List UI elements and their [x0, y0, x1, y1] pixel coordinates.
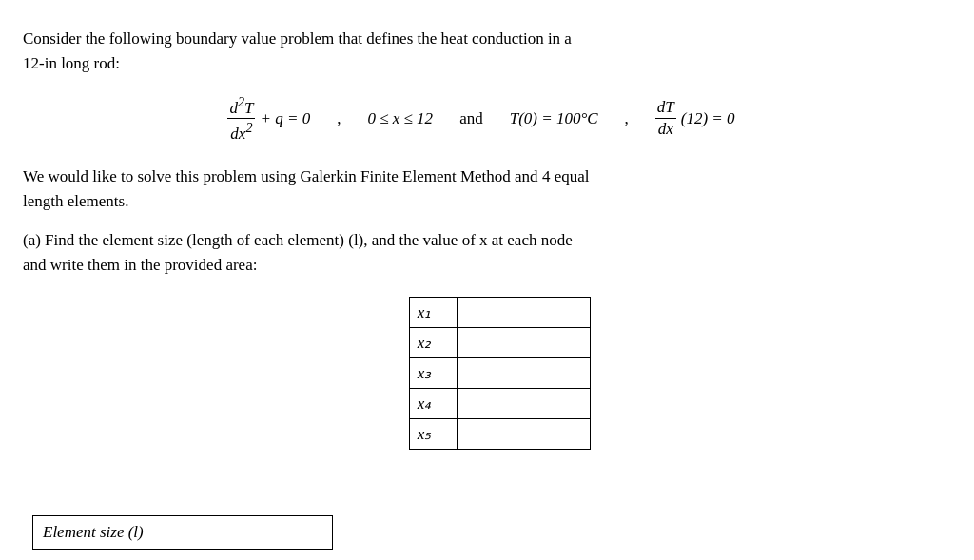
table-row: x₅: [409, 419, 590, 450]
answer-area: Element size (l) x₁x₂x₃x₄x₅: [23, 297, 940, 550]
and-keyword: and: [459, 109, 483, 128]
node-label: x₃: [409, 358, 457, 389]
node-value-input-5[interactable]: [465, 425, 582, 444]
comma2: ,: [625, 109, 629, 128]
nodes-table: x₁x₂x₃x₄x₅: [409, 297, 591, 450]
node-label: x₁: [409, 298, 457, 328]
node-label: x₄: [409, 389, 457, 419]
d2T-fraction: d2T dx2: [227, 94, 255, 144]
plus-q-equals-zero: + q = 0: [260, 109, 310, 128]
node-value-cell[interactable]: [457, 328, 590, 358]
node-label: x₂: [409, 328, 457, 358]
equation-row: d2T dx2 + q = 0 , 0 ≤ x ≤ 12 and T(0) = …: [23, 94, 940, 144]
nodes-table-wrapper: x₁x₂x₃x₄x₅: [409, 297, 591, 450]
element-size-box: Element size (l): [32, 515, 333, 550]
para3-line1: (a) Find the element size (length of eac…: [23, 231, 573, 249]
node-value-input-2[interactable]: [465, 334, 582, 353]
table-row: x₄: [409, 389, 590, 419]
para2-equal: equal: [555, 167, 590, 185]
dT-denominator: dx: [656, 119, 675, 139]
paragraph2: We would like to solve this problem usin…: [23, 164, 940, 215]
intro-line2: 12-in long rod:: [23, 54, 120, 72]
d2T-numerator: d2T: [227, 94, 255, 120]
node-value-input-1[interactable]: [465, 303, 582, 322]
node-label: x₅: [409, 419, 457, 450]
para2-line2: length elements.: [23, 192, 128, 210]
element-size-input[interactable]: [151, 519, 322, 546]
element-count: 4: [542, 167, 551, 185]
comma1: ,: [337, 109, 341, 128]
para3-line2: and write them in the provided area:: [23, 256, 257, 274]
node-value-cell[interactable]: [457, 358, 590, 389]
paragraph3: (a) Find the element size (length of eac…: [23, 228, 940, 279]
element-size-container: Element size (l): [32, 297, 333, 550]
node-value-input-4[interactable]: [465, 395, 582, 414]
dT-eval: (12) = 0: [681, 109, 735, 128]
pde-term: d2T dx2 + q = 0: [227, 94, 310, 144]
table-row: x₁: [409, 298, 590, 328]
table-row: x₂: [409, 328, 590, 358]
node-value-input-3[interactable]: [465, 364, 582, 383]
element-size-label: Element size (l): [43, 523, 144, 542]
table-row: x₃: [409, 358, 590, 389]
node-value-cell[interactable]: [457, 419, 590, 450]
para2-text1: We would like to solve this problem usin…: [23, 167, 296, 185]
bc-dT-term: dT dx (12) = 0: [655, 98, 735, 139]
node-value-cell[interactable]: [457, 389, 590, 419]
d2T-denominator: dx2: [228, 119, 254, 144]
intro-line1: Consider the following boundary value pr…: [23, 29, 572, 48]
dT-fraction: dT dx: [655, 98, 676, 139]
dT-numerator: dT: [655, 98, 676, 119]
bc-T0: T(0) = 100°C: [510, 109, 598, 128]
domain-condition: 0 ≤ x ≤ 12: [367, 109, 433, 128]
method-name: Galerkin Finite Element Method: [300, 167, 510, 185]
intro-paragraph: Consider the following boundary value pr…: [23, 27, 940, 77]
para2-and: and: [515, 167, 538, 185]
node-value-cell[interactable]: [457, 298, 590, 328]
